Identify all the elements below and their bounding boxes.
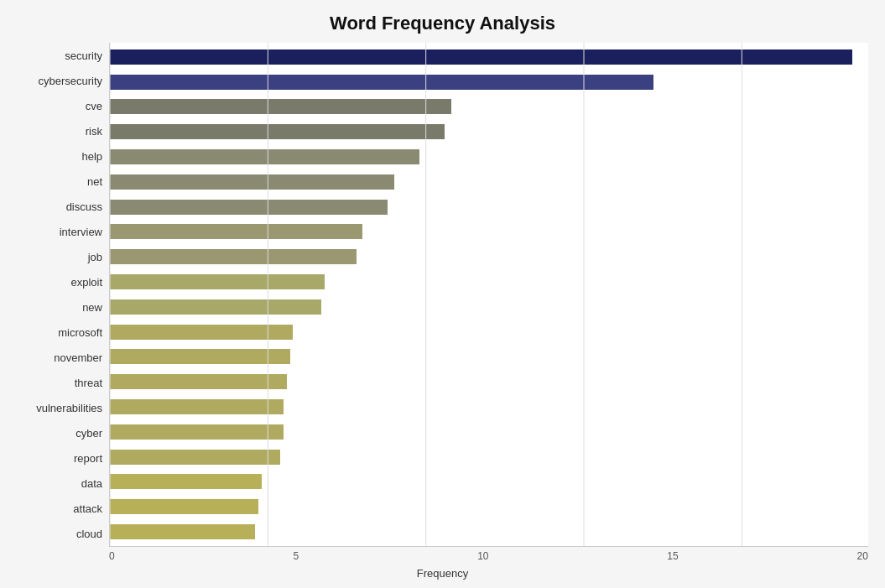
bar-row: [110, 246, 868, 268]
y-axis: securitycybersecuritycveriskhelpnetdiscu…: [17, 43, 109, 547]
bar-row: [110, 146, 868, 168]
bar-row: [110, 421, 868, 443]
x-tick-label: 5: [294, 550, 299, 562]
bar: [110, 349, 290, 364]
bar: [110, 374, 287, 389]
bar: [110, 200, 388, 215]
y-label: data: [81, 473, 102, 495]
y-label: report: [74, 448, 102, 470]
bar-row: [110, 446, 868, 468]
y-label: threat: [75, 372, 102, 394]
bar-row: [110, 396, 868, 418]
y-label: discuss: [66, 195, 102, 217]
y-label: new: [82, 296, 102, 318]
bar-row: [110, 196, 868, 218]
bar: [110, 424, 284, 440]
y-label: exploit: [70, 271, 102, 293]
bar: [110, 399, 284, 414]
bar-row: [110, 471, 868, 492]
bar: [110, 450, 280, 465]
y-label: cyber: [75, 423, 102, 445]
bar: [110, 49, 852, 65]
bar: [110, 75, 653, 90]
bar: [110, 499, 258, 514]
bar: [110, 474, 262, 489]
bar-row: [110, 121, 868, 143]
bar-row: [110, 496, 868, 518]
bar: [110, 224, 362, 239]
x-tick-label: 15: [667, 550, 678, 562]
x-tick-label: 10: [477, 550, 488, 562]
y-label: cloud: [76, 523, 102, 545]
bar: [110, 174, 394, 190]
y-label: cybersecurity: [38, 70, 102, 91]
bar-row: [110, 271, 868, 293]
y-label: interview: [60, 221, 102, 242]
y-label: net: [87, 170, 102, 192]
y-label: help: [81, 145, 102, 167]
bar-row: [110, 96, 868, 117]
chart-container: securitycybersecuritycveriskhelpnetdiscu…: [17, 43, 868, 547]
bar-row: [110, 171, 868, 193]
y-label: job: [88, 246, 102, 268]
bar-row: [110, 521, 868, 543]
x-axis-label: Frequency: [417, 567, 468, 580]
x-tick-label: 20: [857, 550, 868, 562]
bar: [110, 99, 451, 114]
bars-area: [109, 43, 868, 547]
y-label: risk: [86, 120, 102, 142]
bar-row: [110, 71, 868, 93]
bar-row: [110, 221, 868, 242]
bar-row: [110, 321, 868, 343]
bar-row: [110, 46, 868, 68]
y-label: attack: [73, 498, 102, 520]
bar-row: [110, 296, 868, 318]
y-label: vulnerabilities: [36, 398, 102, 419]
chart-title: Word Frequency Analysis: [330, 13, 555, 34]
bar: [110, 325, 293, 340]
bar: [110, 274, 325, 289]
bar: [110, 249, 357, 264]
x-tick-label: 0: [109, 550, 115, 562]
bar-row: [110, 371, 868, 393]
y-label: cve: [86, 95, 102, 117]
bar-row: [110, 346, 868, 367]
bar: [110, 524, 255, 539]
bar: [110, 299, 321, 315]
x-ticks: 05101520: [17, 547, 868, 565]
bar: [110, 124, 445, 139]
y-label: security: [65, 44, 102, 66]
bar: [110, 149, 419, 164]
y-label: november: [54, 347, 102, 369]
x-axis-area: 05101520 Frequency: [17, 547, 868, 580]
y-label: microsoft: [58, 322, 102, 344]
